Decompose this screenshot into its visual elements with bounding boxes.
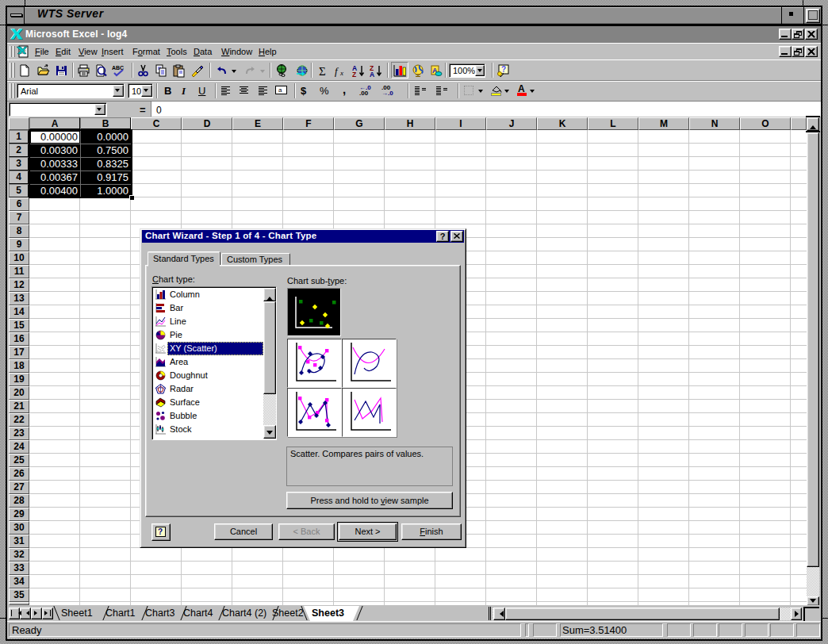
svg-text:?: ?: [501, 65, 506, 74]
svg-text:x: x: [339, 69, 343, 77]
svg-text:f: f: [335, 65, 339, 77]
svg-text:Σ: Σ: [319, 65, 326, 78]
svg-text:A: A: [370, 71, 374, 78]
svg-text:Z: Z: [352, 71, 356, 78]
